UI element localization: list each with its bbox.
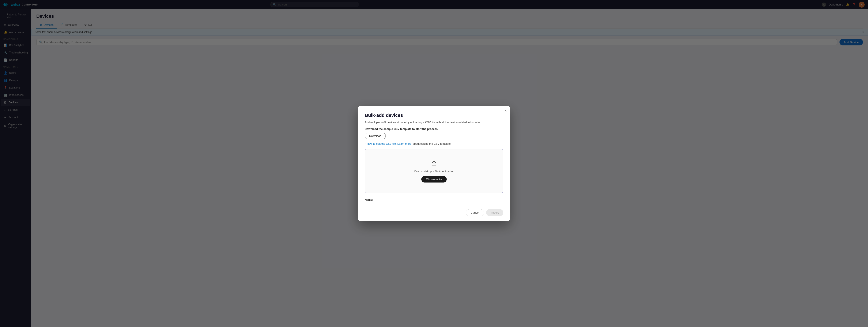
download-button[interactable]: Download <box>365 133 386 139</box>
chevron-right-icon: › <box>365 142 366 145</box>
upload-icon <box>430 159 438 167</box>
cancel-button[interactable]: Cancel <box>466 209 484 216</box>
modal-close-button[interactable]: × <box>504 109 507 113</box>
modal-overlay: × Bulk-add devices Add multiple XoD devi… <box>0 0 868 327</box>
name-input[interactable] <box>380 197 503 202</box>
name-row: Name: <box>365 197 503 202</box>
file-drop-zone[interactable]: Drag and drop a file to upload or Choose… <box>365 149 503 193</box>
csv-help-row: › How to edit the CSV file. Learn more a… <box>365 142 503 145</box>
import-button[interactable]: Import <box>486 209 503 216</box>
modal-footer: Cancel Import <box>365 207 503 216</box>
download-prompt: Download the sample CSV template to star… <box>365 127 503 130</box>
modal-title: Bulk-add devices <box>365 113 503 118</box>
modal-subtitle: Add multiple XoD devices at once by uplo… <box>365 120 503 124</box>
name-label: Name: <box>365 198 377 201</box>
drop-zone-text: Drag and drop a file to upload or <box>414 170 454 173</box>
bulk-add-modal: × Bulk-add devices Add multiple XoD devi… <box>358 106 510 221</box>
choose-file-button[interactable]: Choose a file <box>421 176 447 182</box>
csv-help-extra-text: about editing the CSV template <box>413 142 451 145</box>
csv-help-link[interactable]: How to edit the CSV file. Learn more <box>367 142 411 145</box>
